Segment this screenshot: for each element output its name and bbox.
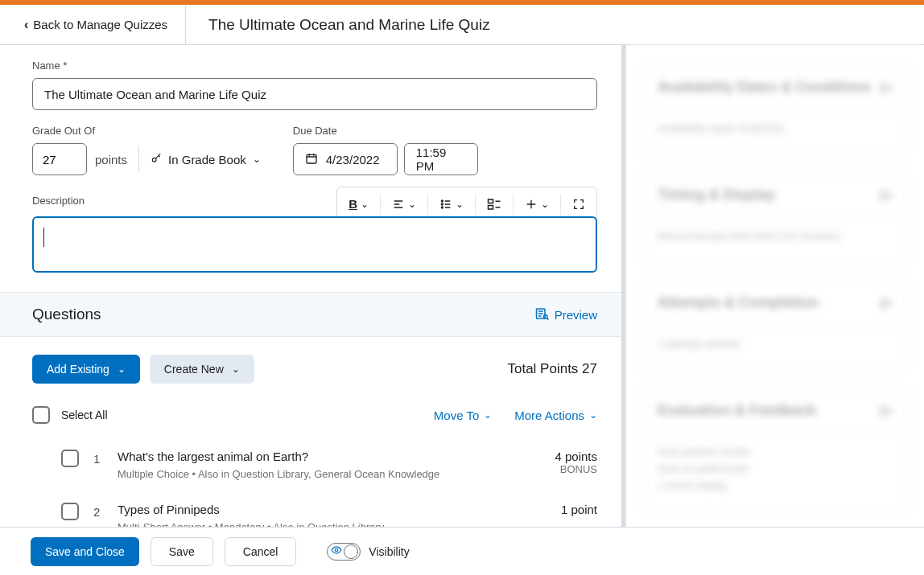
description-editor[interactable] bbox=[32, 216, 597, 273]
page-footer: Save and Close Save Cancel Visibility bbox=[0, 527, 924, 575]
divider bbox=[560, 194, 561, 215]
create-new-button[interactable]: Create New ⌄ bbox=[150, 355, 254, 384]
svg-rect-6 bbox=[489, 205, 493, 209]
preview-label: Preview bbox=[555, 308, 597, 322]
text-cursor bbox=[43, 228, 44, 247]
chevron-down-icon: ⌄ bbox=[118, 363, 126, 375]
list-button[interactable]: ⌄ bbox=[435, 193, 468, 216]
select-all-label: Select All bbox=[61, 409, 108, 421]
question-row: 2 Types of Pinnipeds Multi-Short Answer … bbox=[32, 493, 597, 527]
chevron-down-icon: ⌄ bbox=[484, 409, 492, 421]
cancel-button[interactable]: Cancel bbox=[225, 537, 297, 566]
question-title[interactable]: What's the largest animal on Earth? bbox=[118, 450, 518, 463]
more-actions-dropdown[interactable]: More Actions ⌄ bbox=[514, 409, 597, 422]
question-points: 4 points bbox=[533, 450, 597, 463]
align-button[interactable]: ⌄ bbox=[387, 193, 421, 216]
select-all-checkbox[interactable] bbox=[32, 406, 50, 424]
in-grade-book-dropdown[interactable]: In Grade Book ⌄ bbox=[151, 153, 261, 166]
grade-out-of-input[interactable] bbox=[32, 143, 87, 175]
svg-point-4 bbox=[441, 207, 443, 208]
toggle-knob bbox=[344, 544, 358, 559]
gradebook-label: In Grade Book bbox=[168, 153, 246, 166]
divider bbox=[475, 194, 476, 215]
due-date-value: 4/23/2022 bbox=[326, 153, 380, 166]
back-label: Back to Manage Quizzes bbox=[33, 18, 167, 31]
settings-sidebar: Availability Dates & Conditions▷ Availab… bbox=[626, 45, 924, 527]
chevron-down-icon: ⌄ bbox=[456, 199, 464, 210]
question-bonus: BONUS bbox=[533, 463, 597, 475]
chevron-down-icon: ⌄ bbox=[253, 154, 261, 165]
due-time-value: 11:59 PM bbox=[416, 146, 466, 173]
questions-heading: Questions bbox=[32, 306, 101, 323]
svg-rect-1 bbox=[307, 154, 316, 163]
chevron-down-icon: ⌄ bbox=[589, 409, 597, 421]
grade-label: Grade Out Of bbox=[32, 125, 261, 137]
question-row: 1 What's the largest animal on Earth? Mu… bbox=[32, 440, 597, 493]
divider bbox=[138, 146, 139, 173]
svg-point-2 bbox=[441, 200, 443, 202]
divider bbox=[380, 194, 381, 215]
key-icon bbox=[151, 153, 162, 166]
create-new-label: Create New bbox=[164, 363, 224, 376]
calendar-icon bbox=[305, 152, 318, 167]
question-points: 1 point bbox=[533, 503, 597, 516]
save-and-close-button[interactable]: Save and Close bbox=[31, 537, 139, 566]
more-actions-label: More Actions bbox=[514, 409, 584, 422]
fullscreen-button[interactable] bbox=[567, 193, 590, 216]
question-number: 2 bbox=[93, 505, 103, 519]
add-existing-label: Add Existing bbox=[47, 363, 109, 376]
chevron-down-icon: ⌄ bbox=[232, 363, 240, 375]
svg-rect-5 bbox=[489, 199, 493, 203]
add-button[interactable]: ⌄ bbox=[520, 193, 554, 216]
due-date-input[interactable]: 4/23/2022 bbox=[293, 143, 398, 175]
question-meta: Multi-Short Answer • Mandatory • Also in… bbox=[118, 521, 518, 527]
back-to-manage-link[interactable]: ‹ Back to Manage Quizzes bbox=[6, 5, 186, 44]
move-to-dropdown[interactable]: Move To ⌄ bbox=[434, 409, 492, 422]
name-label: Name bbox=[32, 60, 597, 72]
visibility-label: Visibility bbox=[369, 545, 409, 558]
due-date-label: Due Date bbox=[293, 125, 478, 137]
points-label: points bbox=[95, 153, 127, 166]
preview-link[interactable]: Preview bbox=[535, 307, 597, 322]
divider bbox=[427, 194, 428, 215]
page-title: The Ultimate Ocean and Marine Life Quiz bbox=[186, 16, 490, 34]
chevron-left-icon: ‹ bbox=[24, 18, 28, 32]
question-title[interactable]: Types of Pinnipeds bbox=[118, 503, 518, 516]
move-to-label: Move To bbox=[434, 409, 479, 422]
visibility-toggle[interactable] bbox=[327, 543, 361, 561]
svg-point-3 bbox=[441, 203, 443, 205]
quiz-name-input[interactable] bbox=[32, 78, 597, 110]
insert-stuff-button[interactable] bbox=[482, 193, 506, 216]
add-existing-button[interactable]: Add Existing ⌄ bbox=[32, 355, 140, 384]
chevron-down-icon: ⌄ bbox=[541, 199, 549, 210]
svg-point-9 bbox=[336, 548, 339, 552]
page-header: ‹ Back to Manage Quizzes The Ultimate Oc… bbox=[0, 5, 924, 45]
question-list: 1 What's the largest animal on Earth? Mu… bbox=[32, 440, 597, 527]
chevron-down-icon: ⌄ bbox=[361, 199, 369, 210]
save-button[interactable]: Save bbox=[151, 537, 213, 566]
chevron-down-icon: ⌄ bbox=[408, 199, 416, 210]
bold-button[interactable]: B⌄ bbox=[344, 192, 373, 216]
total-points: Total Points 27 bbox=[507, 361, 597, 377]
question-meta: Multiple Choice • Also in Question Libra… bbox=[118, 468, 518, 480]
eye-icon bbox=[331, 544, 342, 558]
question-checkbox[interactable] bbox=[61, 503, 79, 520]
divider bbox=[513, 194, 514, 215]
question-number: 1 bbox=[93, 452, 103, 466]
question-checkbox[interactable] bbox=[61, 450, 79, 467]
due-time-input[interactable]: 11:59 PM bbox=[404, 143, 478, 175]
preview-icon bbox=[535, 307, 550, 322]
main-panel: Name Grade Out Of points In Grade Book ⌄ bbox=[0, 45, 626, 527]
